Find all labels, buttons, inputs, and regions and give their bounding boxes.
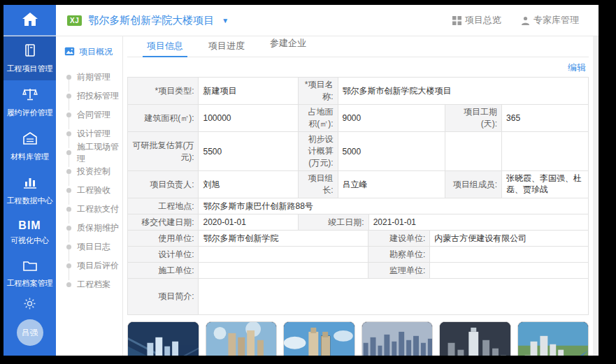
field-label: 移交代建日期:	[128, 214, 199, 231]
home-icon	[22, 11, 38, 29]
submenu-item-label: 招投标管理	[77, 90, 119, 102]
tab-project-info[interactable]: 项目信息	[137, 36, 193, 57]
field-label: 项目组成员:	[445, 171, 502, 198]
field-label: 使用单位:	[128, 231, 199, 247]
submenu-item-payment[interactable]: 工程款支付	[56, 200, 122, 219]
table-row: 使用单位: 鄂尔多斯市创新学院 建设单位: 内蒙古方便建设有限公司	[128, 231, 589, 247]
submenu-item-label: 前期管理	[77, 71, 110, 83]
edit-link[interactable]: 编辑	[568, 61, 586, 74]
project-title[interactable]: 鄂尔多斯创新学院大楼项目	[88, 14, 214, 27]
project-photo-6[interactable]	[517, 321, 589, 356]
sidebar-item-data-center[interactable]: 工程数据中心	[3, 168, 56, 212]
field-value	[199, 279, 589, 315]
sidebar-item-bim-center[interactable]: BIM 可视化中心	[3, 212, 56, 252]
field-value: 新建项目	[199, 78, 298, 105]
user-icon	[521, 16, 530, 25]
app-window: XJ 鄂尔多斯创新学院大楼项目 ▼ 项目总览 专家库管理	[3, 5, 599, 356]
submenu: 项目概况 前期管理 招投标管理 合同管理 设计管理 施工现场管理 投资控制 工程…	[56, 36, 123, 356]
sidebar-item-material-library[interactable]: 材料库管理	[3, 124, 56, 168]
field-label: *项目名称:	[299, 78, 338, 105]
field-label: 项目简介:	[128, 279, 199, 315]
home-button[interactable]	[3, 5, 56, 36]
submenu-item-label: 投资控制	[77, 166, 110, 177]
field-label: 初步设计概算(万元):	[299, 132, 338, 171]
sidebar-item-label: 工程档案管理	[7, 278, 53, 289]
sidebar-item-label: 可视化中心	[10, 235, 49, 246]
submenu-item-label: 设计管理	[77, 128, 110, 140]
project-photo-5[interactable]	[439, 321, 511, 356]
project-photo-1[interactable]	[127, 321, 199, 356]
project-photo-4[interactable]	[361, 321, 434, 356]
submenu-item-preliminary[interactable]: 前期管理	[56, 68, 122, 87]
submenu-header-label: 项目概况	[79, 46, 113, 58]
sidebar-item-performance-evaluation[interactable]: 履约评价管理	[3, 80, 56, 124]
tab-project-progress[interactable]: 项目进度	[199, 36, 255, 57]
submenu-item-label: 工程验收	[77, 184, 110, 196]
table-row: 设计单位: 勘察单位:	[128, 247, 589, 263]
field-label: *项目类型:	[128, 78, 199, 105]
chevron-down-icon[interactable]: ▼	[222, 17, 229, 24]
avatar[interactable]: 吕强	[17, 319, 43, 346]
bim-logo: BIM	[18, 219, 41, 232]
notebook-icon	[23, 43, 37, 60]
topbar: XJ 鄂尔多斯创新学院大楼项目 ▼ 项目总览 专家库管理	[3, 5, 599, 36]
content-area: 项目信息 项目进度 参建企业 编辑 *项目类型: 新建项目 *项目名称: 鄂尔多…	[123, 36, 599, 356]
sidebar-item-label: 工程项目管理	[7, 64, 53, 74]
field-value: 吕立峰	[338, 171, 446, 198]
field-value	[199, 247, 368, 263]
field-value: 5000	[338, 132, 446, 171]
field-value: 鄂尔多斯市创新学院大楼项目	[338, 78, 589, 105]
submenu-item-label: 施工现场管理	[77, 141, 122, 165]
project-overview-link[interactable]: 项目总览	[452, 14, 501, 27]
table-row: *项目类型: 新建项目 *项目名称: 鄂尔多斯市创新学院大楼项目	[128, 78, 589, 105]
bullet-dot	[66, 282, 71, 287]
field-value: 2021-01-01	[369, 214, 589, 231]
bullet-dot	[66, 188, 71, 193]
sidebar-item-label: 工程数据中心	[7, 196, 53, 206]
sidebar-item-project-management[interactable]: 工程项目管理	[3, 36, 56, 80]
field-label: 项目负责人:	[128, 171, 199, 198]
project-photo-3[interactable]	[283, 321, 355, 356]
field-label: 可研批复估算(万元):	[128, 132, 199, 171]
field-value: 内蒙古方便建设有限公司	[430, 231, 589, 247]
field-label: 设计单位:	[128, 247, 199, 263]
table-row: 项目简介:	[128, 279, 589, 315]
submenu-item-label: 质保期维护	[77, 222, 119, 234]
sidebar-item-archives[interactable]: 工程档案管理	[3, 252, 56, 295]
submenu-item-site-management[interactable]: 施工现场管理	[56, 143, 122, 162]
gear-icon[interactable]	[24, 298, 36, 312]
submenu-item-acceptance[interactable]: 工程验收	[56, 181, 122, 200]
submenu-item-warranty[interactable]: 质保期维护	[56, 219, 122, 238]
table-row: 可研批复估算(万元): 5500 初步设计概算(万元): 5000	[128, 132, 589, 171]
bullet-dot	[66, 150, 71, 155]
bullet-dot	[66, 226, 71, 231]
field-value: 刘旭	[199, 171, 298, 198]
field-label: 项目组长:	[299, 171, 338, 198]
expert-db-link[interactable]: 专家库管理	[521, 14, 579, 27]
submenu-item-project-log[interactable]: 项目日志	[56, 238, 122, 256]
submenu-item-project-archive[interactable]: 工程档案	[56, 275, 122, 294]
picture-icon	[64, 47, 75, 58]
photo-strip	[127, 321, 589, 356]
bullet-dot	[66, 169, 71, 174]
tab-bar: 项目信息 项目进度 参建企业	[127, 36, 589, 57]
field-value	[199, 263, 368, 279]
submenu-item-post-evaluation[interactable]: 项目后评价	[56, 256, 122, 275]
submenu-item-bidding[interactable]: 招投标管理	[56, 87, 122, 105]
submenu-item-contract[interactable]: 合同管理	[56, 105, 122, 124]
field-value: 张晓霞、李国强、杜磊、贾珍战	[502, 171, 589, 198]
bullet-dot	[66, 263, 71, 268]
field-value	[430, 247, 589, 263]
bullet-dot	[66, 207, 71, 212]
table-row: 移交代建日期: 2020-01-01 竣工日期: 2021-01-01	[128, 214, 589, 231]
table-row: 施工单位: 监理单位:	[128, 263, 589, 279]
field-value	[430, 263, 589, 279]
submenu-item-investment-control[interactable]: 投资控制	[56, 162, 122, 181]
field-value	[502, 132, 589, 171]
field-value: 鄂尔多斯市康巴什创新路88号	[199, 198, 589, 214]
field-label: 监理单位:	[368, 263, 430, 279]
submenu-item-project-overview[interactable]: 项目概况	[56, 46, 122, 58]
project-photo-2[interactable]	[206, 321, 278, 356]
field-label: 竣工日期:	[299, 214, 369, 231]
tab-participating-enterprises[interactable]: 参建企业	[260, 33, 316, 54]
